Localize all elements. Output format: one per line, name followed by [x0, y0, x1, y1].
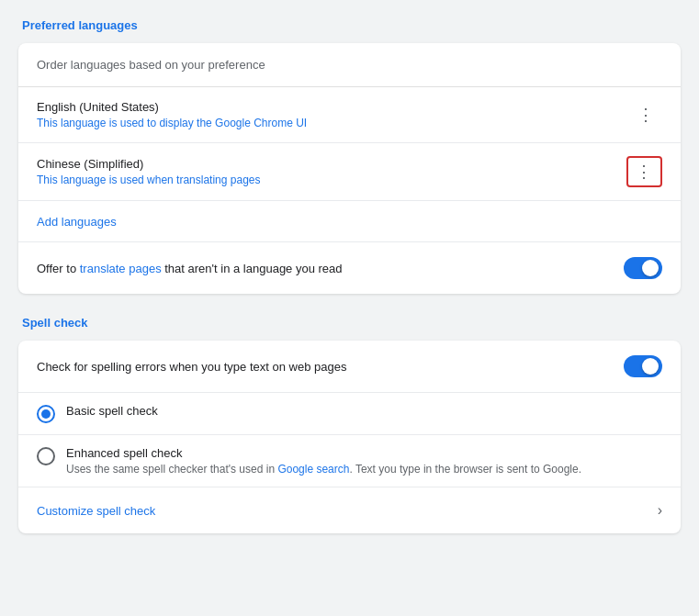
preferred-languages-title: Preferred languages — [22, 18, 681, 32]
spell-check-desc: Check for spelling errors when you type … — [37, 360, 346, 374]
radio-enhanced-desc: Uses the same spell checker that's used … — [66, 463, 581, 476]
language-desc-chinese: This language is used when translating p… — [37, 174, 261, 186]
enhanced-desc-link: Google search — [277, 463, 349, 476]
translate-text: Offer to translate pages that aren't in … — [37, 262, 343, 275]
translate-link: translate pages — [80, 262, 162, 275]
radio-enhanced-title: Enhanced spell check — [66, 446, 581, 460]
customize-spell-check-row[interactable]: Customize spell check › — [18, 487, 681, 533]
add-languages-link[interactable]: Add languages — [37, 215, 117, 229]
language-name-chinese: Chinese (Simplified) — [37, 157, 261, 171]
translate-row: Offer to translate pages that aren't in … — [18, 242, 681, 294]
language-info-chinese: Chinese (Simplified) This language is us… — [37, 157, 261, 186]
radio-basic-label: Basic spell check — [66, 404, 158, 420]
preferred-languages-section: Preferred languages Order languages base… — [18, 18, 681, 294]
radio-enhanced-spell-check[interactable]: Enhanced spell check Uses the same spell… — [18, 435, 681, 487]
radio-enhanced-circle[interactable] — [37, 447, 55, 465]
translate-slider — [624, 257, 662, 279]
spell-check-section: Spell check Check for spelling errors wh… — [18, 316, 681, 533]
language-desc-english: This language is used to display the Goo… — [37, 117, 307, 129]
spell-check-title: Spell check — [22, 316, 681, 330]
translate-prefix: Offer to — [37, 262, 80, 275]
translate-suffix: that aren't in a language you read — [162, 262, 343, 275]
enhanced-desc-prefix: Uses the same spell checker that's used … — [66, 463, 277, 476]
spell-check-toggle[interactable] — [624, 355, 662, 377]
language-more-button-chinese[interactable]: ⋮ — [626, 156, 662, 187]
radio-basic-title: Basic spell check — [66, 404, 158, 418]
translate-toggle[interactable] — [624, 257, 662, 279]
radio-basic-spell-check[interactable]: Basic spell check — [18, 393, 681, 435]
chevron-right-icon: › — [658, 502, 662, 519]
language-more-button-english[interactable]: ⋮ — [630, 100, 662, 129]
add-languages-row: Add languages — [18, 201, 681, 242]
spell-check-header: Check for spelling errors when you type … — [18, 341, 681, 393]
language-item-english: English (United States) This language is… — [18, 87, 681, 143]
card-header-order: Order languages based on your preference — [18, 43, 681, 87]
spell-check-card: Check for spelling errors when you type … — [18, 341, 681, 533]
radio-enhanced-label: Enhanced spell check Uses the same spell… — [66, 446, 581, 476]
enhanced-desc-suffix: . Text you type in the browser is sent t… — [349, 463, 581, 476]
language-item-chinese: Chinese (Simplified) This language is us… — [18, 143, 681, 201]
radio-basic-circle[interactable] — [37, 405, 55, 423]
preferred-languages-card: Order languages based on your preference… — [18, 43, 681, 294]
language-info-english: English (United States) This language is… — [37, 100, 307, 129]
customize-label: Customize spell check — [37, 504, 155, 518]
language-name-english: English (United States) — [37, 100, 307, 114]
spell-check-slider — [624, 355, 662, 377]
